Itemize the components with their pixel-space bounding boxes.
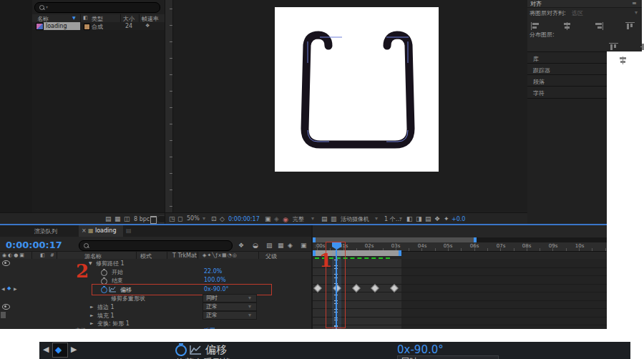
mini-flowchart-icon[interactable]: ❖ [238, 242, 244, 249]
fast-preview-icon[interactable]: ◨ [416, 215, 422, 222]
row-label[interactable]: 描边 1 [97, 303, 114, 311]
navigator-end-handle[interactable] [474, 237, 477, 242]
delete-icon[interactable] [150, 216, 157, 224]
magnification-dropdown[interactable]: 50% ▾ [185, 215, 208, 222]
eye-icon[interactable] [2, 304, 10, 310]
twirl-closed-icon[interactable]: ► [90, 320, 94, 325]
layer-in-handle[interactable] [313, 250, 316, 256]
row-label[interactable]: 修剪路径 1 [96, 260, 125, 267]
mask-visibility-icon[interactable]: ◇ [220, 215, 225, 222]
project-panel: ▾ 名称 ▼ ◧ 类型 大小 帧速率 loading 合成 24 [0, 0, 165, 224]
stopwatch-icon[interactable] [101, 270, 107, 276]
row-stroke[interactable]: ► 描边 1 正常 ▾ [0, 303, 313, 311]
column-trkmat[interactable]: T TrkMat [172, 252, 197, 259]
project-item-row[interactable]: loading 合成 24 ❖ [32, 22, 165, 30]
close-icon[interactable]: × [82, 227, 87, 234]
row-offset[interactable]: ◀ ◆ ▶ 偏移 0x-90.0° [0, 285, 313, 294]
panel-tracker[interactable]: 跟踪器 [527, 63, 607, 75]
interpret-footage-icon[interactable]: ▤ [105, 215, 112, 222]
transparency-grid-icon[interactable]: ▥ [331, 215, 337, 222]
frame-blending-icon[interactable]: ▦ [278, 242, 284, 249]
monitor-icon[interactable]: ◻ [177, 215, 182, 222]
hide-shy-layers-icon[interactable]: ▧ [266, 242, 273, 249]
twirl-closed-icon[interactable]: ► [90, 304, 94, 309]
keyframe-diamond-icon[interactable]: ◆ [7, 285, 11, 291]
timeline-button-icon[interactable]: ▤ [425, 215, 431, 222]
vertical-ruler-tick [170, 140, 172, 141]
row-trim-multiple-shapes[interactable]: 修剪多重形状 同时 ▾ [0, 294, 313, 303]
strip-property-value[interactable]: 0x-90.0° [397, 343, 444, 356]
tab-render-queue[interactable]: 渲染队列 [34, 227, 57, 235]
project-search-input[interactable]: ▾ [34, 2, 160, 13]
composition-canvas[interactable] [275, 7, 439, 172]
label-column-icon[interactable]: ◧ [83, 15, 88, 21]
exposure-value[interactable]: +0.0 [452, 216, 465, 222]
align-right-button[interactable] [594, 22, 603, 30]
keyframe-next-icon[interactable]: ▶ [71, 345, 77, 354]
resolution-dropdown[interactable]: 完整 ▾ [291, 215, 317, 222]
align-left-button[interactable] [531, 22, 540, 30]
row-trim-paths[interactable]: ▼ 修剪路径 1 [0, 259, 313, 267]
pixel-aspect-icon[interactable]: ◧ [406, 215, 413, 222]
new-composition-icon[interactable]: ◫ [124, 215, 130, 222]
time-navigator-track[interactable] [313, 237, 607, 242]
strip-row2-dropdown[interactable]: 同时 [397, 355, 499, 359]
snapshot-icon[interactable]: ▣ [265, 215, 271, 222]
show-channel-icon[interactable]: ◉ [283, 216, 288, 223]
panel-libraries[interactable]: 库 [527, 51, 607, 64]
twirl-closed-icon[interactable]: ► [90, 313, 94, 318]
distribute-top-button[interactable] [609, 43, 618, 51]
navigator-start-handle[interactable] [313, 237, 316, 242]
stopwatch-icon-active[interactable] [175, 345, 187, 356]
twirl-closed-icon[interactable]: ► [68, 328, 72, 329]
layer-out-handle[interactable] [399, 250, 401, 256]
chevron-down-icon: ▾ [248, 295, 251, 301]
align-top-button[interactable] [625, 22, 635, 30]
annotation-number-2: 2 [76, 262, 89, 280]
distribute-vertical-center-button[interactable] [640, 43, 644, 51]
flowchart-button-icon[interactable]: ❖ [434, 215, 440, 222]
row-value[interactable]: 重置 [204, 327, 215, 329]
sort-arrow-icon[interactable]: ▼ [72, 15, 76, 20]
region-of-interest-icon[interactable]: ▤ [321, 215, 328, 222]
grid-guides-icon[interactable]: ⊡ [211, 215, 217, 222]
panel-paragraph[interactable]: 段落 [527, 74, 607, 87]
distribute-horizontal-center-button[interactable] [618, 56, 628, 64]
panel-character[interactable]: 字符 [527, 86, 607, 99]
twirl-open-icon[interactable]: ▼ [89, 260, 92, 265]
keyframe-prev-icon[interactable]: ◀ [1, 286, 5, 291]
row-transform[interactable]: ► 变换 重置 [0, 326, 313, 329]
panel-menu-icon[interactable]: ≡ [632, 0, 637, 6]
view-layout-dropdown[interactable]: 1 个… ▾ [383, 215, 404, 222]
tab-list-icon[interactable]: ▤ [126, 227, 132, 234]
ruler-tick [566, 248, 567, 251]
chevron-down-icon[interactable]: ▾ [635, 9, 638, 16]
project-item-name[interactable]: loading [44, 22, 80, 30]
align-horizontal-center-button[interactable] [562, 22, 572, 30]
always-preview-icon[interactable]: ◳ [169, 215, 175, 222]
keyframe-diamond-box[interactable]: ◆ [52, 343, 68, 358]
row-separator [313, 267, 607, 268]
row-value[interactable]: 22.0% [204, 268, 222, 275]
row-start[interactable]: 开始 22.0% [0, 267, 313, 276]
current-time-display[interactable]: 0:00:00:17 [6, 240, 62, 250]
align-panel-header[interactable]: 对齐 ≡ [527, 0, 642, 8]
eye-icon[interactable] [2, 260, 10, 266]
row-label[interactable]: 变换 [75, 327, 87, 329]
timeline-search-input[interactable] [79, 240, 233, 251]
timeline-track-area[interactable] [313, 259, 607, 329]
keyframe-next-icon[interactable]: ▶ [14, 286, 17, 291]
label-color-chip[interactable] [84, 24, 90, 30]
motion-blur-icon[interactable]: ◈ [288, 242, 293, 249]
camera-dropdown[interactable]: 活动摄像机 ▾ [339, 215, 381, 222]
graph-editor-icon[interactable]: ▣ [301, 242, 307, 249]
new-folder-icon[interactable]: ▦ [114, 215, 121, 222]
align-panel-title: 对齐 [530, 0, 542, 8]
viewer-current-time[interactable]: 0:00:00:17 [228, 216, 260, 222]
keyframe-prev-icon[interactable]: ◀ [43, 345, 49, 354]
align-to-value[interactable]: 选区 [572, 9, 583, 17]
bit-depth-label[interactable]: 8 bpc [134, 216, 150, 222]
row-value[interactable]: 100.0% [204, 277, 226, 283]
reset-exposure-icon[interactable]: ✦ [444, 215, 449, 222]
draft-3d-icon[interactable]: ◒ [253, 242, 258, 249]
